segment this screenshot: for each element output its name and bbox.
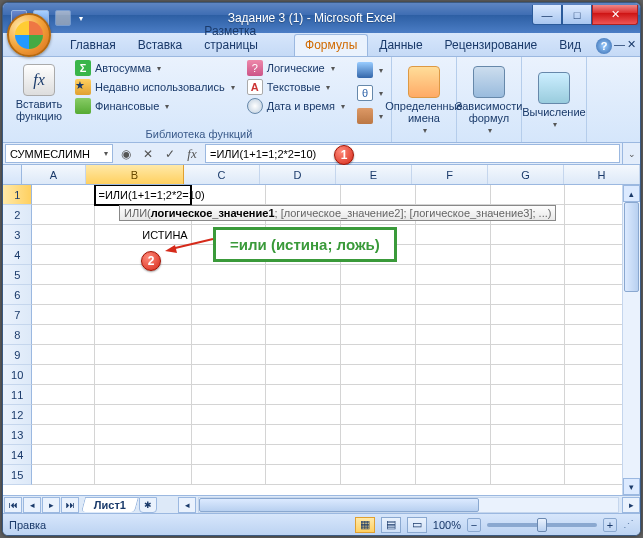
cell[interactable] <box>341 265 416 285</box>
cell[interactable] <box>491 405 566 425</box>
cell[interactable] <box>95 445 191 465</box>
cell[interactable] <box>32 425 95 445</box>
horizontal-scrollbar[interactable] <box>198 497 619 513</box>
row-header[interactable]: 9 <box>3 345 32 365</box>
cell[interactable] <box>341 445 416 465</box>
text-button[interactable]: AТекстовые▾ <box>243 78 349 96</box>
cell[interactable] <box>491 385 566 405</box>
row-header[interactable]: 8 <box>3 325 32 345</box>
cell[interactable]: =ИЛИ(1+1=1;2*2=10) <box>94 185 192 206</box>
cell[interactable] <box>192 285 267 305</box>
cell[interactable] <box>266 185 341 205</box>
scroll-down-button[interactable]: ▾ <box>623 478 640 495</box>
cell[interactable] <box>266 325 341 345</box>
column-header[interactable]: B <box>86 165 184 184</box>
cell[interactable] <box>192 325 267 345</box>
vertical-scrollbar[interactable]: ▴ ▾ <box>622 185 640 495</box>
cell[interactable] <box>192 365 267 385</box>
cell[interactable] <box>491 285 566 305</box>
scroll-up-button[interactable]: ▴ <box>623 185 640 202</box>
cell[interactable] <box>266 285 341 305</box>
cell[interactable] <box>416 325 491 345</box>
cell[interactable] <box>192 385 267 405</box>
tab-formulas[interactable]: Формулы <box>294 34 368 56</box>
row-header[interactable]: 13 <box>3 425 32 445</box>
cell[interactable] <box>192 305 267 325</box>
tab-home[interactable]: Главная <box>59 34 127 56</box>
cell[interactable] <box>192 425 267 445</box>
row-header[interactable]: 10 <box>3 365 32 385</box>
cell[interactable] <box>95 365 191 385</box>
column-header[interactable]: H <box>564 165 640 184</box>
cell[interactable] <box>95 465 191 485</box>
cell[interactable] <box>491 185 566 205</box>
cell[interactable] <box>341 465 416 485</box>
range-selector-icon[interactable]: ◉ <box>115 144 137 164</box>
resize-grip-icon[interactable]: ⋰ <box>623 518 634 531</box>
office-button[interactable] <box>7 13 51 57</box>
row-header[interactable]: 7 <box>3 305 32 325</box>
cell[interactable] <box>266 405 341 425</box>
cell[interactable] <box>266 465 341 485</box>
cell[interactable] <box>491 245 566 265</box>
tab-insert[interactable]: Вставка <box>127 34 194 56</box>
logical-button[interactable]: ?Логические▾ <box>243 59 349 77</box>
cell[interactable] <box>416 345 491 365</box>
cell[interactable] <box>32 465 95 485</box>
cell[interactable] <box>95 425 191 445</box>
lookup-button[interactable]: ▾ <box>353 61 387 79</box>
row-header[interactable]: 11 <box>3 385 32 405</box>
cell[interactable] <box>416 305 491 325</box>
recent-functions-button[interactable]: ★Недавно использовались▾ <box>71 78 239 96</box>
cell[interactable] <box>266 265 341 285</box>
cell[interactable] <box>341 325 416 345</box>
cell[interactable] <box>266 385 341 405</box>
cell[interactable] <box>32 305 95 325</box>
cell[interactable] <box>491 345 566 365</box>
cell[interactable] <box>95 305 191 325</box>
cell[interactable]: ИСТИНА <box>95 225 191 245</box>
column-header[interactable]: D <box>260 165 336 184</box>
vscroll-thumb[interactable] <box>624 202 639 292</box>
cell[interactable] <box>491 265 566 285</box>
more-functions-button[interactable]: ▾ <box>353 107 387 125</box>
row-header[interactable]: 2 <box>3 205 32 225</box>
insert-function-button[interactable]: fx Вставить функцию <box>11 59 67 127</box>
column-header[interactable]: F <box>412 165 488 184</box>
cell[interactable] <box>416 365 491 385</box>
cell[interactable] <box>32 225 95 245</box>
cell[interactable] <box>491 465 566 485</box>
enter-formula-button[interactable]: ✓ <box>159 144 181 164</box>
hscroll-right-button[interactable]: ▸ <box>622 497 640 513</box>
defined-names-button[interactable]: Определенные имена▾ <box>396 59 452 142</box>
calculation-button[interactable]: Вычисление▾ <box>526 59 582 142</box>
ribbon-close-icon[interactable]: ✕ <box>627 38 636 54</box>
row-header[interactable]: 15 <box>3 465 32 485</box>
sheet-prev-button[interactable]: ◂ <box>23 497 41 513</box>
zoom-level[interactable]: 100% <box>433 519 461 531</box>
cell[interactable] <box>491 425 566 445</box>
name-box[interactable]: СУММЕСЛИМН▾ <box>5 144 113 163</box>
sheet-first-button[interactable]: ⏮ <box>4 497 22 513</box>
cell[interactable] <box>32 245 95 265</box>
row-header[interactable]: 3 <box>3 225 32 245</box>
cell[interactable] <box>192 465 267 485</box>
cell[interactable] <box>266 305 341 325</box>
cell[interactable] <box>266 365 341 385</box>
select-all-corner[interactable] <box>3 165 22 184</box>
cell[interactable] <box>32 365 95 385</box>
column-header[interactable]: G <box>488 165 564 184</box>
zoom-out-button[interactable]: − <box>467 518 481 532</box>
column-header[interactable]: C <box>184 165 260 184</box>
row-header[interactable]: 4 <box>3 245 32 265</box>
datetime-button[interactable]: Дата и время▾ <box>243 97 349 115</box>
cell[interactable] <box>32 385 95 405</box>
row-header[interactable]: 1 <box>3 185 32 205</box>
cell[interactable] <box>341 185 416 205</box>
qat-more-icon[interactable]: ▾ <box>79 14 83 23</box>
cell[interactable] <box>95 325 191 345</box>
autosum-button[interactable]: ΣАвтосумма▾ <box>71 59 239 77</box>
cell[interactable] <box>491 225 566 245</box>
cell[interactable] <box>266 425 341 445</box>
cell[interactable] <box>32 325 95 345</box>
